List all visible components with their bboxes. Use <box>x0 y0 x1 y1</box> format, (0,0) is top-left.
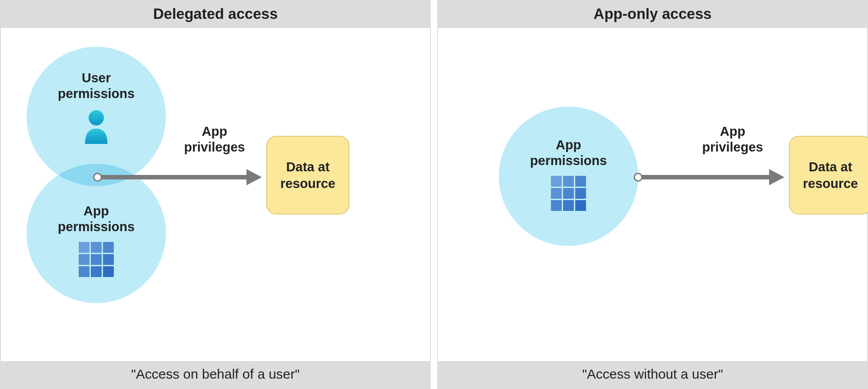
panel-footer-delegated: "Access on behalf of a user" <box>1 361 430 388</box>
arrow-origin-dot <box>634 173 643 182</box>
arrow-delegated <box>93 169 262 185</box>
app-grid-icon <box>551 176 586 211</box>
arrow-line <box>641 175 770 179</box>
panel-app-only-access: App-only access Apppermissions Appprivil… <box>437 0 868 389</box>
data-at-resource-label-delegated: Data atresource <box>280 159 336 192</box>
arrow-head-icon <box>769 169 784 185</box>
arrow-head-icon <box>246 169 262 185</box>
panel-title-apponly: App-only access <box>438 1 867 28</box>
arrow-origin-dot <box>93 173 102 182</box>
data-at-resource-box-apponly: Data atresource <box>789 136 868 215</box>
panel-footer-apponly: "Access without a user" <box>438 361 867 388</box>
svg-point-0 <box>89 110 104 125</box>
user-permissions-label: Userpermissions <box>58 70 135 102</box>
app-permissions-circle-apponly: Apppermissions <box>499 107 638 246</box>
user-icon <box>81 109 112 145</box>
app-permissions-label-apponly: Apppermissions <box>530 137 607 169</box>
arrow-label-apponly: Appprivileges <box>692 124 773 155</box>
panel-delegated-access: Delegated access Userpermissions <box>0 0 431 389</box>
app-permissions-label-delegated: Apppermissions <box>58 203 135 235</box>
panel-title-delegated: Delegated access <box>1 1 430 28</box>
data-at-resource-label-apponly: Data atresource <box>803 159 858 192</box>
data-at-resource-box-delegated: Data atresource <box>266 136 349 215</box>
panel-body-apponly: Apppermissions Appprivileges Data atreso… <box>438 28 867 361</box>
arrow-label-delegated: Appprivileges <box>174 124 255 155</box>
panel-body-delegated: Userpermissions Apppe <box>1 28 430 361</box>
arrow-apponly <box>634 169 784 185</box>
diagram-container: Delegated access Userpermissions <box>0 0 868 389</box>
app-grid-icon <box>79 242 114 277</box>
arrow-line <box>100 175 247 179</box>
